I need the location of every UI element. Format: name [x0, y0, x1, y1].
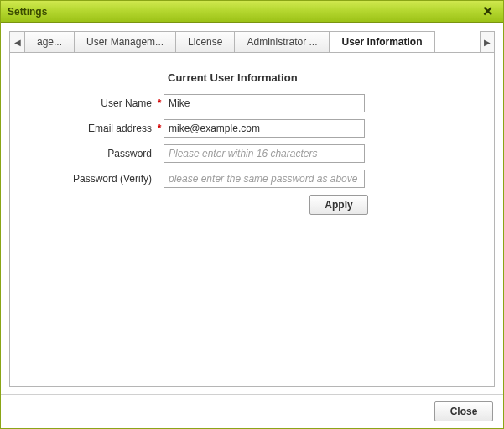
- titlebar: Settings ✕: [1, 1, 503, 23]
- tab-scroll-left[interactable]: ◀: [9, 31, 24, 52]
- close-button[interactable]: Close: [434, 401, 493, 421]
- tab-age[interactable]: age...: [24, 31, 75, 52]
- tab-license[interactable]: License: [175, 31, 235, 52]
- row-password-verify: Password (Verify): [34, 170, 470, 188]
- row-password: Password: [34, 144, 470, 163]
- tabstrip: ◀ age... User Managem... License Adminis…: [9, 31, 495, 53]
- tabs-container: age... User Managem... License Administr…: [24, 31, 480, 52]
- row-username: User Name *: [34, 94, 470, 112]
- content-area: ◀ age... User Managem... License Adminis…: [1, 23, 503, 394]
- password-input[interactable]: [164, 144, 365, 163]
- required-marker: *: [155, 97, 164, 109]
- password-verify-input[interactable]: [164, 170, 365, 188]
- label-password: Password: [34, 148, 155, 160]
- label-email: Email address: [34, 123, 155, 134]
- chevron-right-icon: ▶: [484, 38, 491, 47]
- chevron-left-icon: ◀: [14, 38, 21, 47]
- form-heading: Current User Information: [168, 71, 470, 84]
- apply-row: Apply: [167, 195, 368, 215]
- row-email: Email address *: [34, 119, 470, 138]
- window-title: Settings: [8, 6, 47, 18]
- tab-user-information[interactable]: User Information: [329, 31, 434, 52]
- email-input[interactable]: [164, 119, 365, 138]
- tab-user-management[interactable]: User Managem...: [74, 31, 176, 52]
- label-password-verify: Password (Verify): [34, 173, 155, 185]
- label-username: User Name: [34, 97, 155, 109]
- required-marker: *: [155, 123, 164, 134]
- tab-scroll-right[interactable]: ▶: [480, 31, 495, 52]
- apply-button[interactable]: Apply: [309, 195, 368, 215]
- tab-administrator[interactable]: Administrator ...: [234, 31, 330, 52]
- settings-window: Settings ✕ ◀ age... User Managem... Lice…: [0, 0, 504, 429]
- tab-panel: Current User Information User Name * Ema…: [9, 53, 495, 387]
- close-icon[interactable]: ✕: [479, 3, 496, 20]
- username-input[interactable]: [164, 94, 365, 112]
- dialog-footer: Close: [1, 394, 503, 428]
